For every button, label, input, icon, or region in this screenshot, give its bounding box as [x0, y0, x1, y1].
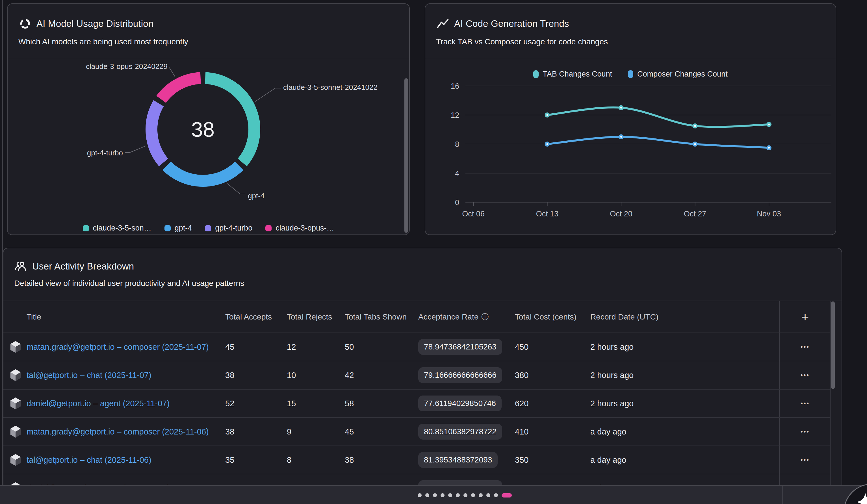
series-line — [547, 107, 769, 127]
row-icon-cell — [3, 425, 26, 438]
col-record-date[interactable]: Record Date (UTC) — [590, 312, 779, 322]
pagination-dot[interactable] — [441, 493, 445, 497]
row-title-link[interactable]: matan.grady@getport.io – composer (2025-… — [26, 427, 209, 436]
legend-item[interactable]: gpt-4-turbo — [205, 224, 252, 233]
pagination-dot[interactable] — [479, 493, 483, 497]
row-menu-button[interactable]: ••• — [801, 400, 810, 407]
trends-card: AI Code Generation Trends Track TAB vs C… — [425, 3, 836, 235]
legend-label: gpt-4 — [175, 224, 192, 233]
row-cost-cell: 350 — [515, 455, 590, 465]
row-title-cell: tal@getport.io – chat (2025-11-07) — [26, 371, 225, 380]
card-subtitle: Which AI models are being used most freq… — [8, 30, 409, 46]
donut-callout-label: gpt-4 — [248, 192, 265, 200]
col-title[interactable]: Title — [26, 312, 225, 322]
row-menu-button[interactable]: ••• — [801, 429, 810, 435]
row-menu-button[interactable]: ••• — [801, 344, 810, 350]
cursor-logo-icon — [9, 453, 22, 467]
legend-item[interactable]: claude-3-opus-… — [265, 224, 334, 233]
row-menu-button[interactable]: ••• — [801, 457, 810, 463]
donut-callout-label: claude-3-opus-20240229 — [86, 62, 168, 71]
row-title-cell: matan.grady@getport.io – composer (2025-… — [26, 342, 225, 352]
row-title-cell: daniel@getport.io – agent (2025-11-07) — [26, 399, 225, 408]
row-title-link[interactable]: daniel@getport.io – agent (2025-11-07) — [26, 399, 170, 408]
row-rejects-cell: 12 — [287, 342, 345, 352]
acceptance-rate-badge: 80.85106382978722 — [418, 424, 502, 440]
card-subtitle: Detailed view of individual user product… — [3, 272, 842, 288]
table-header-row: Title Total Accepts Total Rejects Total … — [3, 301, 830, 333]
pagination-dots — [418, 486, 512, 504]
donut-segment[interactable] — [167, 166, 239, 181]
pagination-dot[interactable] — [448, 493, 452, 497]
bottom-bar — [0, 485, 867, 504]
row-rejects-cell: 9 — [287, 427, 345, 437]
data-point-center — [620, 136, 622, 138]
pagination-dot-active[interactable] — [502, 493, 512, 497]
pagination-dot[interactable] — [433, 493, 437, 497]
col-total-tabs-shown[interactable]: Total Tabs Shown — [345, 312, 418, 322]
callout-line — [125, 146, 146, 152]
card-title: User Activity Breakdown — [32, 261, 134, 272]
callout-line — [255, 88, 281, 102]
row-tabs-cell: 58 — [345, 399, 418, 408]
callout-line — [169, 67, 175, 77]
col-acceptance-rate[interactable]: Acceptance Rate ⓘ — [418, 312, 515, 322]
row-icon-cell — [3, 341, 26, 353]
donut-chart: 38claude-3-5-sonnet-20241022gpt-4gpt-4-t… — [8, 58, 410, 224]
table-row: daniel@getport.io – agent (2025-11-07)52… — [3, 389, 830, 418]
info-icon[interactable]: ⓘ — [481, 312, 489, 322]
data-point-center — [694, 125, 696, 127]
row-tabs-cell: 50 — [345, 342, 418, 352]
pagination-dot[interactable] — [463, 493, 468, 497]
model-usage-header: AI Model Usage Distribution Which AI mod… — [8, 4, 409, 58]
pagination-dot[interactable] — [486, 493, 490, 497]
row-rate-cell: 79.16666666666666 — [418, 367, 515, 383]
row-title-link[interactable]: tal@getport.io – chat (2025-11-06) — [26, 455, 151, 464]
sparkles-icon — [850, 491, 867, 504]
cursor-logo-icon — [9, 369, 22, 382]
bottom-bar-divider — [782, 486, 783, 504]
col-total-accepts[interactable]: Total Accepts — [225, 312, 287, 322]
pagination-dot[interactable] — [494, 493, 498, 497]
cursor-logo-icon — [9, 425, 22, 438]
x-axis-tick-label: Oct 06 — [462, 210, 485, 218]
row-actions-cell: ••• — [779, 361, 831, 389]
legend-item[interactable]: claude-3-5-son… — [83, 224, 151, 233]
x-axis-tick-label: Nov 03 — [757, 210, 781, 218]
row-cost-cell: 380 — [515, 371, 590, 380]
legend-swatch — [205, 225, 211, 232]
data-point-center — [768, 124, 770, 125]
row-rate-cell: 80.85106382978722 — [418, 424, 515, 440]
trends-header: AI Code Generation Trends Track TAB vs C… — [425, 4, 836, 58]
row-rate-cell: 81.3953488372093 — [418, 452, 515, 468]
table-scrollbar[interactable] — [831, 301, 835, 389]
acceptance-rate-badge: 78.94736842105263 — [418, 339, 502, 355]
donut-segment[interactable] — [151, 103, 164, 162]
legend-swatch — [83, 225, 89, 232]
card-title: AI Model Usage Distribution — [36, 18, 153, 29]
table-row: tal@getport.io – chat (2025-11-06)358388… — [3, 446, 830, 474]
row-menu-button[interactable]: ••• — [801, 372, 810, 378]
table-row: matan.grady@getport.io – composer (2025-… — [3, 418, 830, 446]
col-total-cost[interactable]: Total Cost (cents) — [515, 312, 590, 322]
row-icon-cell — [3, 369, 26, 382]
y-axis-tick-label: 0 — [455, 198, 459, 207]
row-title-link[interactable]: matan.grady@getport.io – composer (2025-… — [26, 342, 209, 352]
donut-center-total: 38 — [191, 118, 214, 141]
pagination-dot[interactable] — [471, 493, 475, 497]
col-total-rejects[interactable]: Total Rejects — [287, 312, 345, 322]
legend-item[interactable]: gpt-4 — [164, 224, 192, 233]
table-row: matan.grady@getport.io – composer (2025-… — [3, 333, 830, 361]
pagination-dot[interactable] — [418, 493, 422, 497]
row-title-link[interactable]: tal@getport.io – chat (2025-11-07) — [26, 371, 151, 380]
row-actions-cell: ••• — [779, 333, 831, 361]
add-record-button[interactable]: + — [801, 310, 809, 323]
y-axis-tick-label: 8 — [455, 140, 459, 149]
donut-segment[interactable] — [161, 78, 200, 99]
pagination-dot[interactable] — [425, 493, 429, 497]
row-accepts-cell: 45 — [225, 342, 287, 352]
pagination-dot[interactable] — [456, 493, 460, 497]
acceptance-rate-badge: 79.16666666666666 — [418, 367, 502, 383]
card-scrollbar[interactable] — [404, 78, 408, 233]
x-axis-tick-label: Oct 13 — [536, 210, 559, 218]
row-rejects-cell: 8 — [287, 455, 345, 465]
